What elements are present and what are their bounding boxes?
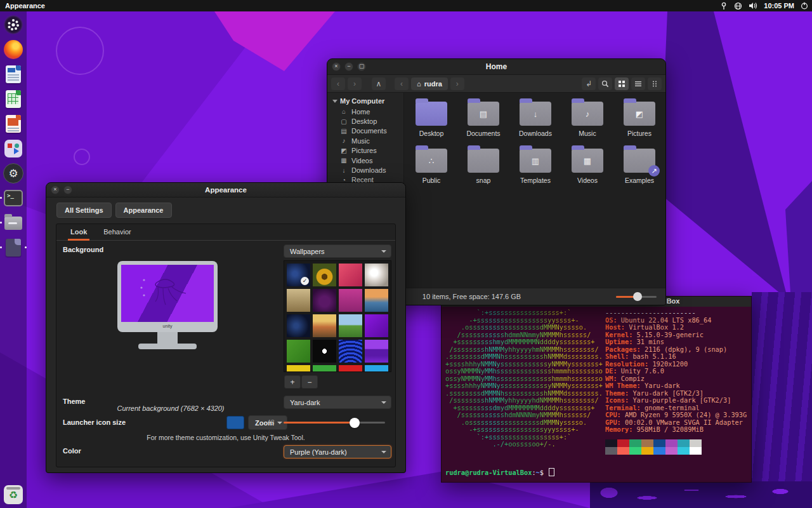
files-titlebar[interactable]: Home × − ▢ [327,59,665,75]
tab-look[interactable]: Look [70,228,87,240]
wallpaper-tile-8[interactable] [287,314,310,337]
gear-icon: ⚙ [3,163,23,184]
wallpaper-tile-19[interactable] [365,365,388,372]
folder-snap[interactable]: snap [457,145,509,184]
folder-documents[interactable]: ▤Documents [457,98,509,137]
menu-button[interactable] [648,77,662,90]
sidebar-item-music[interactable]: ♪Music [332,136,403,145]
search-button[interactable] [598,77,612,90]
power-icon[interactable] [801,2,808,10]
dock-item-settings[interactable]: ⚙ [3,163,24,184]
wallpaper-tile-5[interactable] [313,289,336,312]
all-settings-button[interactable]: All Settings [56,203,112,218]
sidebar-root[interactable]: My Computer [332,97,403,105]
grid-view-button[interactable] [615,77,629,90]
active-app-name[interactable]: Appearance [5,2,45,10]
wallpaper-tile-3[interactable] [365,264,388,286]
enter-location-button[interactable]: ↲ [582,77,596,90]
slider-knob[interactable] [350,418,360,428]
trash-icon[interactable]: ♻ [4,485,23,504]
dock-item-libreoffice-calc[interactable] [3,88,24,110]
up-button[interactable]: ∧ [372,77,386,90]
network-globe-icon[interactable] [734,2,742,10]
tab-behavior[interactable]: Behavior [103,228,131,240]
crumb-next-button[interactable]: › [450,77,464,90]
appearance-titlebar[interactable]: Appearance × − [46,183,405,197]
minimize-icon[interactable]: − [344,62,353,71]
wallpaper-tile-18[interactable] [339,365,362,372]
wallpaper-tile-15[interactable] [365,340,388,363]
sidebar-item-desktop[interactable]: ▢Desktop [332,116,403,126]
sidebar-item-downloads[interactable]: ↓Downloads [332,165,403,175]
theme-dropdown[interactable]: Yaru-dark [284,396,391,409]
dock-item-firefox[interactable] [3,39,24,60]
wallpaper-tile-14[interactable] [339,340,362,363]
close-icon[interactable]: × [332,62,341,71]
background-color-swatch[interactable] [226,416,244,429]
sidebar-item-pictures[interactable]: ◩Pictures [332,146,403,156]
launcher-size-slider[interactable] [284,422,385,424]
clock[interactable]: 10:05 PM [764,2,794,10]
wallpaper-circle [74,149,90,165]
terminal-color-palette [605,439,747,455]
wallpaper-tile-9[interactable] [313,314,336,337]
dock-item-terminal[interactable]: >_ [3,187,24,209]
dock-item-files[interactable] [3,212,24,234]
close-icon[interactable]: × [51,185,60,194]
wallpaper-tile-1[interactable] [313,264,336,286]
slider-knob[interactable] [633,292,642,301]
menu-icon [651,80,658,88]
dock-item-text-editor[interactable] [3,237,24,258]
pointer-integration-icon[interactable] [720,2,728,10]
appearance-nav-button[interactable]: Appearance [115,203,172,218]
wallpaper-tile-6[interactable] [339,289,362,312]
sidebar-item-documents[interactable]: ▤Documents [332,126,403,136]
remove-wallpaper-button[interactable]: − [301,375,318,389]
terminal-body[interactable]: `:+ssssssssssssssssss+:` -+sssssssssssss… [442,307,751,483]
sidebar-item-home[interactable]: ⌂Home [332,107,403,116]
wallpaper-tile-13[interactable] [313,340,336,363]
dock-item-ubuntu-desktop[interactable] [3,14,24,36]
wallpaper-tile-16[interactable] [287,365,310,372]
wallpaper-tile-17[interactable] [313,365,336,372]
folder-public[interactable]: ∴Public [405,145,457,184]
folder-videos[interactable]: ▦Videos [561,145,613,184]
wallpaper-tile-4[interactable] [287,289,310,312]
palette-swatch [678,439,690,447]
wallpaper-tile-10[interactable] [339,314,362,337]
breadcrumb[interactable]: ⌂ rudra [411,77,448,90]
dock-item-ubuntu-software[interactable] [3,138,24,159]
wallpaper-tile-0[interactable]: ✓ [287,264,310,286]
monitor-screen [121,265,214,322]
folder-pictures[interactable]: ◩Pictures [613,98,665,137]
forward-button[interactable]: › [348,77,362,90]
list-view-button[interactable] [631,77,645,90]
folder-templates[interactable]: ▥Templates [509,145,561,184]
folder-music[interactable]: ♪Music [561,98,613,137]
add-wallpaper-button[interactable]: + [284,375,301,389]
files-content[interactable]: Desktop▤Documents↓Downloads♪Music◩Pictur… [404,93,665,290]
maximize-icon[interactable]: ▢ [357,62,366,71]
shell-prompt[interactable]: rudra@rudra-VirtualBox:~$ [445,468,554,477]
folder-emblem-icon: ♪ [572,102,603,126]
minimize-icon[interactable]: − [63,185,72,194]
wallpaper-source-dropdown[interactable]: Wallpapers [284,244,391,258]
breadcrumb-label: rudra [424,80,442,88]
folder-examples[interactable]: ↗Examples [613,145,665,184]
dock-item-libreoffice-writer[interactable] [3,64,24,85]
sidebar-item-videos[interactable]: ▦Videos [332,156,403,165]
crumb-prev-button[interactable]: ‹ [395,77,409,90]
wallpaper-tile-12[interactable] [287,340,310,363]
dock-item-libreoffice-impress[interactable] [3,113,24,135]
palette-swatch [653,447,665,455]
color-dropdown[interactable]: Purple (Yaru-dark) [284,445,391,458]
back-button[interactable]: ‹ [331,77,345,90]
wallpaper-tile-2[interactable] [339,264,362,286]
folder-desktop[interactable]: Desktop [405,98,457,137]
folder-downloads[interactable]: ↓Downloads [509,98,561,137]
icon-zoom-slider[interactable] [616,296,657,298]
neofetch-info: ----------------------- OS: Ubuntu 22.04… [605,309,747,455]
volume-icon[interactable] [749,2,757,10]
wallpaper-tile-11[interactable] [365,314,388,337]
wallpaper-tile-7[interactable] [365,289,388,312]
